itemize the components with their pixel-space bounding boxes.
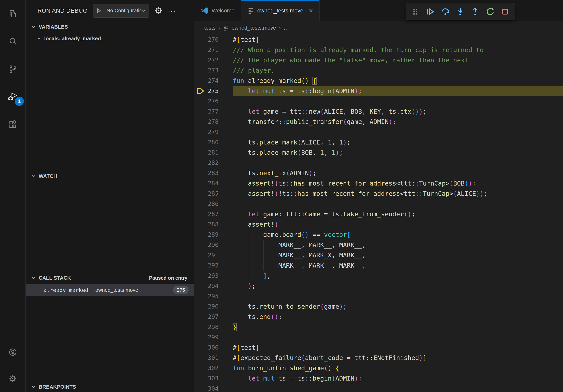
stop-icon[interactable]: [499, 5, 512, 18]
gutter[interactable]: 304: [194, 383, 233, 392]
gutter[interactable]: 279: [194, 127, 233, 137]
code-line[interactable]: 275 let mut ts = ts::begin(ADMIN);: [194, 86, 563, 96]
run-and-debug-icon[interactable]: 1: [0, 83, 26, 111]
code-line[interactable]: 286: [194, 199, 563, 209]
code-line[interactable]: 281 ts.place_mark(BOB, 1, 1);: [194, 147, 563, 158]
gutter[interactable]: 282: [194, 158, 233, 168]
code-line[interactable]: 274fun already_marked() {: [194, 76, 563, 86]
breadcrumb-symbol[interactable]: …: [283, 25, 289, 31]
code-line[interactable]: 289 game.board() == vector[: [194, 230, 563, 240]
explorer-icon[interactable]: [0, 0, 26, 28]
code-line[interactable]: 304: [194, 383, 563, 392]
gutter[interactable]: 287: [194, 209, 233, 219]
gutter[interactable]: 298: [194, 322, 233, 332]
gutter[interactable]: 286: [194, 199, 233, 209]
breadcrumb-folder[interactable]: tests: [204, 25, 215, 31]
restart-icon[interactable]: [484, 5, 497, 18]
gutter[interactable]: 291: [194, 250, 233, 260]
code-line[interactable]: 283 ts.next_tx(ADMIN);: [194, 168, 563, 178]
step-into-icon[interactable]: [454, 5, 467, 18]
gutter[interactable]: 270: [194, 35, 233, 45]
gutter[interactable]: 284: [194, 178, 233, 188]
code-line[interactable]: 294 );: [194, 281, 563, 291]
gutter[interactable]: 280: [194, 137, 233, 147]
toolbar-drag-handle[interactable]: [409, 5, 422, 18]
code-line[interactable]: 300#[test]: [194, 342, 563, 353]
variables-header[interactable]: VARIABLES: [26, 21, 194, 33]
gutter[interactable]: 302: [194, 363, 233, 373]
tab-owned-tests-move[interactable]: owned_tests.move ×: [241, 0, 320, 21]
code-line[interactable]: 279: [194, 127, 563, 137]
step-out-icon[interactable]: [469, 5, 482, 18]
tab-welcome[interactable]: Welcome: [194, 0, 241, 21]
more-actions-icon[interactable]: ···: [168, 7, 176, 14]
code-line[interactable]: 302fun burn_unfinished_game() {: [194, 363, 563, 373]
code-line[interactable]: 278 transfer::public_transfer(game, ADMI…: [194, 117, 563, 127]
gutter[interactable]: 293: [194, 271, 233, 281]
gutter[interactable]: 276: [194, 96, 233, 106]
code-line[interactable]: 291 MARK__, MARK_X, MARK__,: [194, 250, 563, 260]
gutter[interactable]: 297: [194, 312, 233, 322]
code-line[interactable]: 284 assert!(ts::has_most_recent_for_addr…: [194, 178, 563, 188]
close-tab-icon[interactable]: ×: [309, 7, 313, 14]
debug-settings-gear-icon[interactable]: [154, 6, 163, 15]
code-line[interactable]: 271/// When a position is already marked…: [194, 45, 563, 55]
gutter[interactable]: 275: [194, 86, 233, 96]
code-line[interactable]: 272/// the player who made the "false" m…: [194, 55, 563, 65]
code-line[interactable]: 292 MARK__, MARK__, MARK__,: [194, 260, 563, 271]
source-control-icon[interactable]: [0, 55, 26, 83]
watch-header[interactable]: WATCH: [26, 170, 194, 182]
gutter[interactable]: 278: [194, 117, 233, 127]
gutter[interactable]: 296: [194, 301, 233, 312]
code-line[interactable]: 287 let game: ttt::Game = ts.take_from_s…: [194, 209, 563, 219]
extensions-icon[interactable]: [0, 111, 26, 138]
code-line[interactable]: 280 ts.place_mark(ALICE, 1, 1);: [194, 137, 563, 147]
breadcrumb-file[interactable]: owned_tests.move: [231, 25, 276, 31]
breakpoints-header[interactable]: BREAKPOINTS: [26, 381, 194, 392]
gutter[interactable]: 271: [194, 45, 233, 55]
code-line[interactable]: 301#[expected_failure(abort_code = ttt::…: [194, 353, 563, 363]
gutter[interactable]: 289: [194, 230, 233, 240]
gutter[interactable]: 301: [194, 353, 233, 363]
code-line[interactable]: 299: [194, 332, 563, 342]
settings-gear-icon[interactable]: [0, 365, 26, 392]
gutter[interactable]: 273: [194, 65, 233, 76]
code-line[interactable]: 297 ts.end();: [194, 312, 563, 322]
code-line[interactable]: 295: [194, 291, 563, 301]
gutter[interactable]: 274: [194, 76, 233, 86]
code-line[interactable]: 288 assert!(: [194, 219, 563, 230]
gutter[interactable]: 281: [194, 147, 233, 158]
code-line[interactable]: 296 ts.return_to_sender(game);: [194, 301, 563, 312]
search-icon[interactable]: [0, 28, 26, 55]
gutter[interactable]: 292: [194, 260, 233, 271]
gutter[interactable]: 290: [194, 240, 233, 250]
account-icon[interactable]: [0, 339, 26, 365]
gutter[interactable]: 285: [194, 188, 233, 199]
code-line[interactable]: 303 let mut ts = ts::begin(ADMIN);: [194, 373, 563, 383]
locals-scope-row[interactable]: locals: already_marked: [26, 33, 194, 44]
gutter[interactable]: 303: [194, 373, 233, 383]
code-line[interactable]: 293 ],: [194, 271, 563, 281]
stack-frame-row[interactable]: already_marked owned_tests.move 275: [26, 284, 194, 296]
gutter[interactable]: 283: [194, 168, 233, 178]
launch-config-control[interactable]: No Configurations: [93, 4, 149, 18]
code-line[interactable]: 277 let game = ttt::new(ALICE, BOB, KEY,…: [194, 106, 563, 117]
code-line[interactable]: 282: [194, 158, 563, 168]
code-line[interactable]: 270#[test]: [194, 35, 563, 45]
call-stack-header[interactable]: CALL STACK Paused on entry: [26, 272, 194, 284]
code-line[interactable]: 290 MARK__, MARK__, MARK__,: [194, 240, 563, 250]
code-line[interactable]: 273/// player.: [194, 65, 563, 76]
code-line[interactable]: 285 assert!(!ts::has_most_recent_for_add…: [194, 188, 563, 199]
gutter[interactable]: 277: [194, 106, 233, 117]
gutter[interactable]: 272: [194, 55, 233, 65]
gutter[interactable]: 294: [194, 281, 233, 291]
gutter[interactable]: 295: [194, 291, 233, 301]
code-line[interactable]: 276: [194, 96, 563, 106]
step-over-icon[interactable]: [438, 5, 452, 18]
code-line[interactable]: 298}: [194, 322, 563, 332]
gutter[interactable]: 300: [194, 342, 233, 353]
code-editor[interactable]: 270#[test]271/// When a position is alre…: [194, 35, 563, 392]
gutter[interactable]: 288: [194, 219, 233, 230]
continue-icon[interactable]: [423, 5, 437, 18]
gutter[interactable]: 299: [194, 332, 233, 342]
